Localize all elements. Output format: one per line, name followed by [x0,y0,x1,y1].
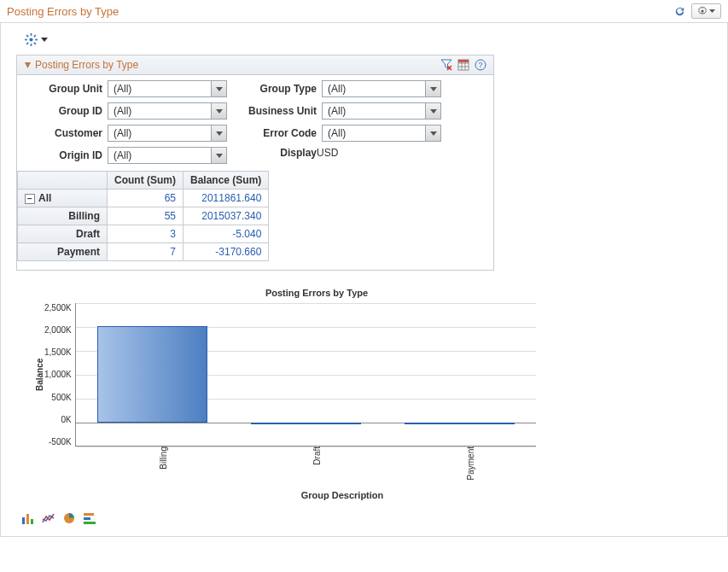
svg-rect-15 [458,60,469,62]
collapse-icon[interactable] [24,61,32,69]
y-tick: 2,000K [44,325,72,335]
chart: Posting Errors by Type Balance 2,500K2,0… [35,288,598,500]
grid-view-icon[interactable] [457,59,469,71]
filter-label: Business Unit [244,105,317,117]
cell-balance[interactable]: 2011861.640 [183,190,268,207]
col-header-blank [18,172,108,190]
refresh-icon[interactable] [673,5,686,18]
table-row: Billing 55 2015037.340 [18,207,269,225]
y-axis-label: Balance [35,303,44,447]
customer-select[interactable]: (All) [108,125,227,142]
filter-label: Error Code [244,127,317,139]
x-tick: Billing [86,447,240,485]
svg-point-1 [29,38,32,41]
chart-type-horizontal-bar-icon[interactable] [83,512,96,524]
y-tick: 2,500K [44,303,72,312]
x-tick: Payment [393,447,547,485]
y-tick: -500K [44,437,72,447]
x-tick: Draft [240,447,393,485]
svg-line-7 [34,43,36,44]
col-header-count: Count (Sum) [108,172,183,190]
svg-line-6 [26,35,28,37]
collapse-all-icon[interactable]: − [25,194,35,204]
chart-type-line-icon[interactable] [42,512,55,524]
svg-rect-19 [26,514,29,524]
filter-group-type: Group Type (All) [244,80,441,97]
x-axis-label: Group Description [86,490,598,500]
filter-label: Customer [26,127,102,139]
filter-group-id: Group ID (All) [26,102,227,120]
group-unit-select[interactable]: (All) [108,80,227,97]
cell-count[interactable]: 3 [108,225,183,243]
panel-title: Posting Errors by Type [35,59,138,71]
filter-label: Group Unit [26,83,102,95]
svg-rect-23 [84,517,90,520]
filter-error-code: Error Code (All) [244,125,441,142]
cell-balance[interactable]: -5.040 [183,225,268,243]
y-tick: 1,500K [44,347,72,357]
cell-balance[interactable]: -3170.660 [183,243,268,261]
options-gear-icon[interactable] [25,33,38,46]
col-header-balance: Balance (Sum) [183,172,268,190]
table-row: Payment 7 -3170.660 [18,243,269,261]
svg-line-9 [26,43,28,44]
filter-panel: Posting Errors by Type ? [16,55,494,271]
filter-group-unit: Group Unit (All) [26,80,227,97]
svg-line-8 [34,35,36,37]
svg-rect-24 [84,522,96,524]
svg-rect-18 [22,517,25,524]
cell-count[interactable]: 55 [108,207,183,225]
svg-point-0 [702,10,704,13]
filter-label: Origin ID [26,149,102,161]
summary-table: Count (Sum) Balance (Sum) −All 65 201186… [17,171,269,261]
filter-customer: Customer (All) [26,125,227,142]
page-title: Posting Errors by Type [7,5,673,18]
options-dropdown-icon[interactable] [41,38,48,42]
chart-title: Posting Errors by Type [35,288,598,298]
help-icon[interactable]: ? [475,59,486,71]
group-type-select[interactable]: (All) [322,80,441,97]
cell-count[interactable]: 65 [108,190,183,207]
business-unit-select[interactable]: (All) [322,102,441,120]
settings-button[interactable] [691,3,721,19]
chart-plot [75,303,536,447]
group-id-select[interactable]: (All) [108,102,227,120]
table-row: Draft 3 -5.040 [18,225,269,243]
y-tick: 0K [44,415,72,424]
display-currency: Display USD [244,147,441,159]
svg-text:?: ? [478,61,482,69]
error-code-select[interactable]: (All) [322,125,441,142]
display-value: USD [317,147,338,159]
filter-business-unit: Business Unit (All) [244,102,441,120]
y-tick: 1,000K [44,370,72,379]
chart-bar[interactable] [405,423,515,424]
chart-type-pie-icon[interactable] [62,512,76,524]
y-tick: 500K [44,393,72,402]
display-label: Display [244,147,317,159]
origin-id-select[interactable]: (All) [108,147,227,164]
chart-type-bar-icon[interactable] [21,512,35,524]
cell-count[interactable]: 7 [108,243,183,261]
filter-label: Group Type [244,83,317,95]
filter-clear-icon[interactable] [440,59,452,71]
svg-rect-20 [31,519,33,524]
chart-bar[interactable] [97,326,208,423]
cell-balance[interactable]: 2015037.340 [183,207,268,225]
chart-bar[interactable] [251,423,362,424]
filter-origin-id: Origin ID (All) [26,147,227,164]
filter-label: Group ID [26,105,102,117]
table-row: −All 65 2011861.640 [18,190,269,207]
svg-rect-22 [84,513,94,516]
